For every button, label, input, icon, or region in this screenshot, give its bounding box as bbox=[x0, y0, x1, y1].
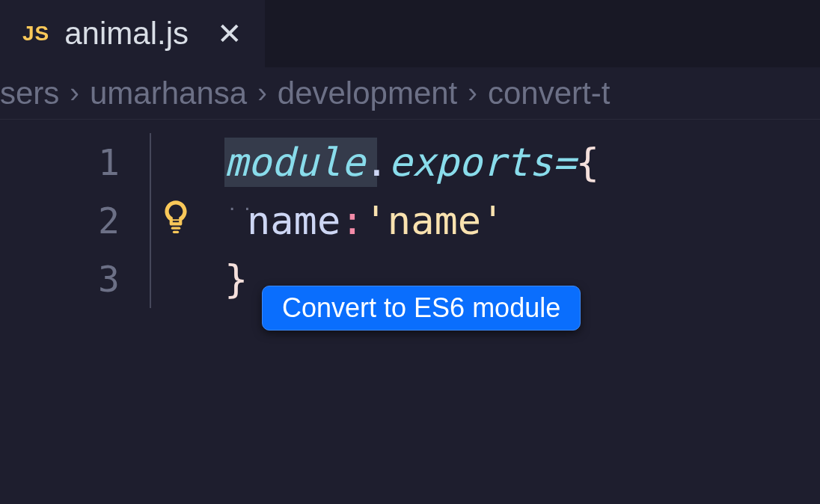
tab-filename: animal.js bbox=[64, 16, 189, 52]
token-brace: } bbox=[224, 256, 248, 301]
editor-tab[interactable]: JS animal.js ✕ bbox=[0, 0, 265, 67]
token-brace: { bbox=[576, 140, 599, 185]
token-identifier: exports bbox=[388, 140, 552, 185]
chevron-right-icon: › bbox=[257, 77, 267, 109]
code-content[interactable]: module.exports = { bbox=[224, 140, 599, 185]
line-number: 3 bbox=[0, 258, 150, 300]
code-content[interactable]: } bbox=[224, 256, 248, 301]
breadcrumb-part[interactable]: development bbox=[278, 76, 458, 111]
token-key: name bbox=[247, 198, 340, 243]
gutter bbox=[150, 191, 224, 250]
code-content[interactable]: name: 'name' bbox=[224, 198, 504, 243]
token-operator: = bbox=[552, 140, 575, 185]
breadcrumb-part[interactable]: umarhansa bbox=[90, 76, 247, 111]
svg-rect-0 bbox=[171, 227, 181, 230]
line-number: 1 bbox=[0, 141, 150, 183]
token-string: 'name' bbox=[364, 198, 505, 243]
token-identifier: module bbox=[224, 140, 365, 185]
breadcrumb-part[interactable]: sers bbox=[0, 76, 59, 111]
code-editor[interactable]: .. 1 module.exports = { 2 name: 'name' 3… bbox=[0, 120, 820, 308]
token-punct: . bbox=[365, 140, 388, 185]
tab-bar: JS animal.js ✕ bbox=[0, 0, 820, 67]
token-colon: : bbox=[340, 198, 364, 243]
gutter bbox=[150, 133, 224, 191]
quickfix-option[interactable]: Convert to ES6 module bbox=[282, 292, 560, 324]
code-line[interactable]: 2 name: 'name' bbox=[0, 191, 820, 250]
svg-rect-1 bbox=[173, 231, 179, 233]
gutter bbox=[150, 250, 224, 308]
close-icon[interactable]: ✕ bbox=[217, 16, 242, 51]
js-file-icon: JS bbox=[22, 22, 49, 46]
quickfix-popup: Convert to ES6 module bbox=[262, 286, 581, 331]
chevron-right-icon: › bbox=[70, 77, 79, 109]
underline-hint: .. bbox=[229, 190, 260, 215]
breadcrumb[interactable]: sers › umarhansa › development › convert… bbox=[0, 67, 820, 120]
lightbulb-icon[interactable] bbox=[157, 197, 195, 244]
line-number: 2 bbox=[0, 200, 150, 242]
breadcrumb-part[interactable]: convert-t bbox=[488, 76, 610, 111]
code-line[interactable]: 1 module.exports = { bbox=[0, 133, 820, 191]
chevron-right-icon: › bbox=[468, 77, 477, 109]
